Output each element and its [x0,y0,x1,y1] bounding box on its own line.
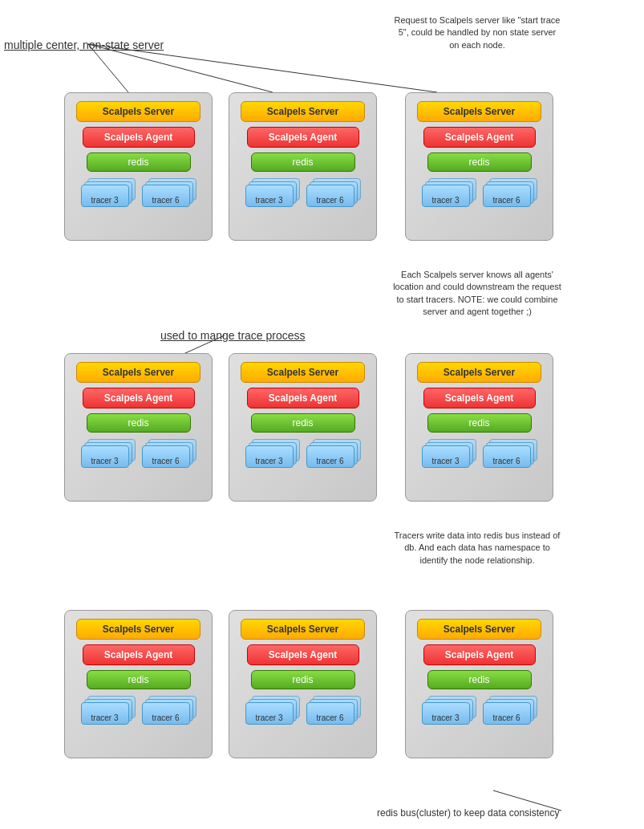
agent-label-r1c3: Scalpels Agent [423,127,536,148]
agent-label-r3c3: Scalpels Agent [423,644,536,665]
tracer3-r3c2: tracer 3 [245,702,294,725]
svg-line-0 [88,44,128,92]
tracer6-r3c1: tracer 6 [142,702,190,725]
server-label-r3c2: Scalpels Server [241,619,365,640]
tracer6-r1c1: tracer 6 [142,185,190,207]
server-label-r2c1: Scalpels Server [76,362,200,383]
tracer3-r1c1: tracer 3 [81,185,129,207]
node-row3-col2: Scalpels Server Scalpels Agent redis tra… [229,610,377,758]
tracer3-r2c3: tracer 3 [422,445,470,468]
node-row1-col3: Scalpels Server Scalpels Agent redis tra… [405,92,553,241]
server-label-r3c1: Scalpels Server [76,619,200,640]
svg-line-1 [88,44,273,92]
node-row1-col2: Scalpels Server Scalpels Agent redis tra… [229,92,377,241]
diagram-area: Request to Scalpels server like "start t… [0,0,644,829]
server-label-r1c3: Scalpels Server [417,101,541,122]
bottom-section-label: redis bus(cluster) to keep data consiste… [377,807,577,820]
tracer-stack-6-r1c1: tracer 6 [142,178,196,214]
redis-label-r2c3: redis [427,413,532,433]
middle-section-label: used to mange trace process [160,329,306,342]
bottom-annotation: Tracers write data into redis bus instea… [393,530,561,567]
tracer-group-r3c3: tracer 3 tracer 6 [422,696,537,732]
tracer6-r3c2: tracer 6 [306,702,354,725]
agent-label-r2c1: Scalpels Agent [83,388,195,408]
redis-label-r1c1: redis [87,152,191,172]
redis-label-r2c2: redis [251,413,355,433]
tracer6-r1c3: tracer 6 [483,185,531,207]
agent-label-r3c1: Scalpels Agent [83,644,195,665]
tracer6-r2c1: tracer 6 [142,445,190,468]
node-row1-col1: Scalpels Server Scalpels Agent redis tra… [64,92,213,241]
redis-label-r3c1: redis [87,670,191,689]
node-row3-col1: Scalpels Server Scalpels Agent redis tra… [64,610,213,758]
tracer-group-r2c2: tracer 3 tracer 6 [245,439,361,475]
tracer3-r1c2: tracer 3 [245,185,294,207]
redis-label-r3c3: redis [427,670,532,689]
tracer6-r1c2: tracer 6 [306,185,354,207]
tracer-group-r2c1: tracer 3 tracer 6 [81,439,196,475]
tracer-stack-3-r1c1: tracer 3 [81,178,136,214]
tracer3-r3c3: tracer 3 [422,702,470,725]
agent-label-r2c2: Scalpels Agent [247,388,359,408]
node-row2-col1: Scalpels Server Scalpels Agent redis tra… [64,353,213,502]
agent-label-r1c2: Scalpels Agent [247,127,359,148]
tracer-group-r1c3: tracer 3 tracer 6 [422,178,537,214]
tracer3-r2c2: tracer 3 [245,445,294,468]
tracer3-r2c1: tracer 3 [81,445,129,468]
server-label-r1c2: Scalpels Server [241,101,365,122]
agent-label-r3c2: Scalpels Agent [247,644,359,665]
tracer-group-r3c1: tracer 3 tracer 6 [81,696,196,732]
redis-label-r1c2: redis [251,152,355,172]
tracer6-r2c3: tracer 6 [483,445,531,468]
tracer6-r2c2: tracer 6 [306,445,354,468]
node-row2-col3: Scalpels Server Scalpels Agent redis tra… [405,353,553,502]
node-row2-col2: Scalpels Server Scalpels Agent redis tra… [229,353,377,502]
tracer-group-r1c2: tracer 3 tracer 6 [245,178,361,214]
server-label-r1c1: Scalpels Server [76,101,200,122]
middle-annotation: Each Scalpels server knows all agents' l… [393,269,561,319]
redis-label-r2c1: redis [87,413,191,433]
tracer-group-r3c2: tracer 3 tracer 6 [245,696,361,732]
redis-label-r3c2: redis [251,670,355,689]
agent-label-r2c3: Scalpels Agent [423,388,536,408]
redis-label-r1c3: redis [427,152,532,172]
tracer-group-r2c3: tracer 3 tracer 6 [422,439,537,475]
top-annotation: Request to Scalpels server like "start t… [393,14,561,51]
server-label-r2c2: Scalpels Server [241,362,365,383]
server-label-r2c3: Scalpels Server [417,362,541,383]
tracer-group-r1c1: tracer 3 tracer 6 [81,178,196,214]
agent-label-r1c1: Scalpels Agent [83,127,195,148]
svg-line-2 [88,44,437,92]
tracer3-r1c3: tracer 3 [422,185,470,207]
server-label-r3c3: Scalpels Server [417,619,541,640]
top-section-label: multiple center, non-state server [4,39,164,51]
tracer3-r3c1: tracer 3 [81,702,129,725]
tracer6-r3c3: tracer 6 [483,702,531,725]
node-row3-col3: Scalpels Server Scalpels Agent redis tra… [405,610,553,758]
